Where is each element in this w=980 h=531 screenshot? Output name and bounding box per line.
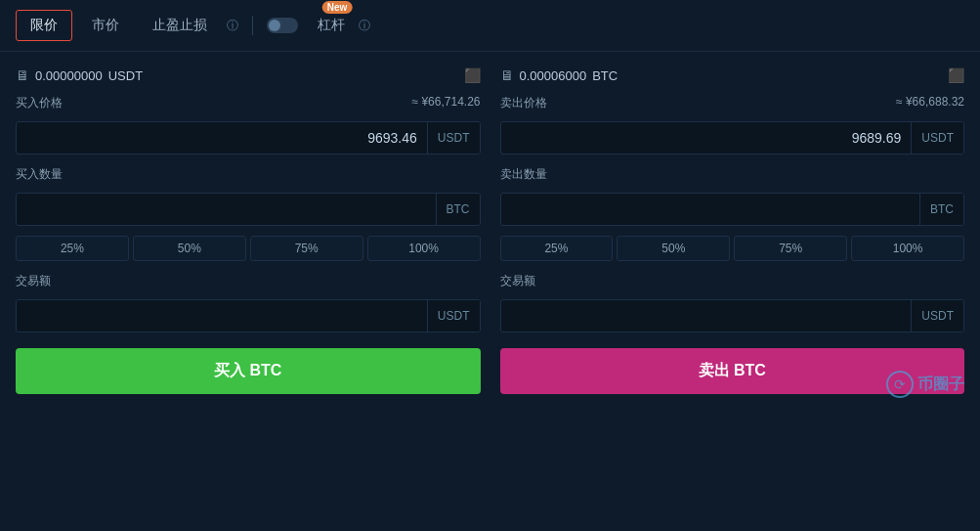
sell-trade-currency: USDT bbox=[911, 300, 963, 332]
sell-price-suffix: USDT bbox=[911, 122, 963, 154]
buy-qty-row-label: 买入数量 bbox=[16, 166, 481, 183]
sell-price-label: 卖出价格 bbox=[500, 95, 547, 111]
buy-panel: 🖥 0.00000000 USDT ⬛ 买入价格 ≈ ¥66,714.26 US… bbox=[16, 67, 481, 394]
sell-price-input[interactable] bbox=[501, 122, 912, 154]
wallet-icon-sell: 🖥 bbox=[500, 67, 514, 83]
buy-pct-25[interactable]: 25% bbox=[16, 236, 129, 261]
buy-trade-currency: USDT bbox=[427, 300, 480, 332]
buy-pct-row: 25% 50% 75% 100% bbox=[16, 236, 481, 261]
new-badge: New bbox=[322, 1, 353, 14]
sell-pct-25[interactable]: 25% bbox=[500, 236, 614, 261]
buy-trade-amt-input[interactable] bbox=[17, 300, 427, 332]
buy-approx-price: ≈ ¥66,714.26 bbox=[412, 95, 481, 111]
buy-pct-100[interactable]: 100% bbox=[367, 236, 481, 261]
buy-panel-header: 🖥 0.00000000 USDT ⬛ bbox=[16, 67, 481, 83]
sell-price-row-label: 卖出价格 ≈ ¥66,688.32 bbox=[500, 95, 965, 111]
sell-trade-amt-input[interactable] bbox=[501, 300, 912, 332]
tab-leverage[interactable]: 杠杆 bbox=[304, 11, 359, 40]
sell-pct-row: 25% 50% 75% 100% bbox=[500, 236, 965, 261]
sell-panel-header: 🖥 0.00006000 BTC ⬛ bbox=[500, 67, 965, 83]
buy-transfer-icon[interactable]: ⬛ bbox=[464, 67, 481, 83]
buy-wallet-currency: USDT bbox=[108, 68, 143, 83]
leverage-toggle[interactable] bbox=[267, 18, 298, 33]
leverage-toggle-wrap bbox=[267, 18, 298, 33]
buy-pct-75[interactable]: 75% bbox=[250, 236, 363, 261]
watermark-icon: ⟳ bbox=[886, 371, 914, 398]
sell-wallet-info: 🖥 0.00006000 BTC bbox=[500, 67, 618, 83]
buy-price-input[interactable] bbox=[17, 122, 427, 154]
divider bbox=[252, 16, 253, 35]
wallet-icon-buy: 🖥 bbox=[16, 67, 29, 83]
buy-qty-input[interactable] bbox=[17, 194, 436, 225]
watermark: ⟳ 币圈子 bbox=[886, 371, 964, 398]
sell-price-input-group: USDT bbox=[500, 121, 965, 155]
buy-qty-suffix: BTC bbox=[436, 194, 480, 225]
tab-stop[interactable]: 止盈止损 bbox=[139, 11, 221, 40]
sell-pct-75[interactable]: 75% bbox=[734, 236, 847, 261]
tab-limit[interactable]: 限价 bbox=[16, 10, 72, 41]
sell-approx-price: ≈ ¥66,688.32 bbox=[896, 95, 964, 111]
buy-trade-amt-label: 交易额 bbox=[16, 273, 481, 289]
sell-qty-input[interactable] bbox=[501, 194, 920, 225]
leverage-info-icon[interactable]: ⓘ bbox=[359, 18, 370, 34]
sell-pct-100[interactable]: 100% bbox=[851, 236, 964, 261]
watermark-text: 币圈子 bbox=[917, 375, 964, 395]
buy-pct-50[interactable]: 50% bbox=[133, 236, 246, 261]
toggle-knob bbox=[269, 20, 280, 31]
sell-pct-50[interactable]: 50% bbox=[617, 236, 730, 261]
sell-trade-amt-group: USDT bbox=[500, 299, 965, 332]
sell-wallet-currency: BTC bbox=[592, 68, 618, 83]
sell-wallet-amount: 0.00006000 bbox=[520, 68, 587, 83]
buy-price-label: 买入价格 bbox=[16, 95, 63, 111]
tab-leverage-wrap: New 杠杆 ⓘ bbox=[304, 11, 370, 40]
stop-info-icon[interactable]: ⓘ bbox=[227, 18, 238, 34]
sell-qty-suffix: BTC bbox=[919, 194, 963, 225]
buy-wallet-amount: 0.00000000 bbox=[35, 68, 103, 83]
tab-market[interactable]: 市价 bbox=[78, 11, 133, 40]
sell-trade-amt-label: 交易额 bbox=[500, 273, 965, 289]
buy-price-suffix: USDT bbox=[427, 122, 480, 154]
sell-qty-label: 卖出数量 bbox=[500, 166, 547, 183]
buy-wallet-info: 🖥 0.00000000 USDT bbox=[16, 67, 143, 83]
buy-qty-label: 买入数量 bbox=[16, 166, 63, 183]
sell-transfer-icon[interactable]: ⬛ bbox=[948, 67, 964, 83]
main-content: 🖥 0.00000000 USDT ⬛ 买入价格 ≈ ¥66,714.26 US… bbox=[0, 52, 980, 410]
buy-button[interactable]: 买入 BTC bbox=[16, 348, 481, 394]
top-nav: 限价 市价 止盈止损 ⓘ New 杠杆 ⓘ bbox=[0, 0, 980, 52]
sell-qty-row-label: 卖出数量 bbox=[500, 166, 965, 183]
buy-price-input-group: USDT bbox=[16, 121, 481, 155]
sell-qty-input-group: BTC bbox=[500, 193, 965, 226]
sell-panel: 🖥 0.00006000 BTC ⬛ 卖出价格 ≈ ¥66,688.32 USD… bbox=[500, 67, 965, 394]
buy-trade-amt-group: USDT bbox=[16, 299, 481, 332]
buy-price-row-label: 买入价格 ≈ ¥66,714.26 bbox=[16, 95, 481, 111]
buy-qty-input-group: BTC bbox=[16, 193, 481, 226]
